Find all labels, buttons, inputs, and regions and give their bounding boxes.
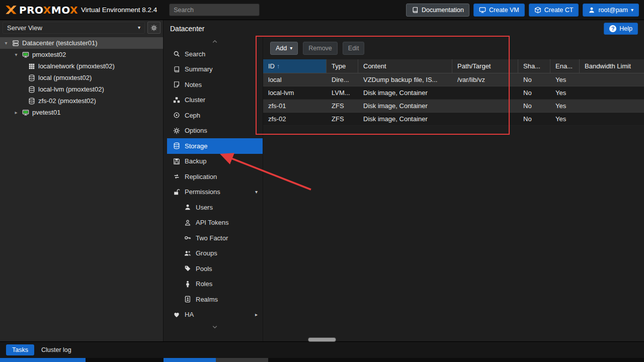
gear-icon [150, 25, 157, 31]
menu-item-options[interactable]: Options [167, 123, 263, 139]
column-header-enabled[interactable]: Ena... [550, 59, 580, 73]
menu-item-cluster[interactable]: Cluster [167, 93, 263, 108]
menu-item-users[interactable]: Users [167, 200, 263, 215]
bottom-edge-segment [164, 358, 216, 362]
expand-caret-icon[interactable]: ▾ [3, 40, 9, 46]
chevron-down-icon: ▾ [138, 25, 140, 30]
menu-item-search[interactable]: Search [167, 46, 263, 62]
address-book-icon [184, 296, 191, 303]
menu-item-permissions[interactable]: Permissions▾ [167, 185, 263, 200]
chevron-down-icon: ▾ [631, 8, 633, 13]
column-header-id[interactable]: ID ↑ [263, 59, 327, 73]
column-header-shared[interactable]: Sha... [518, 59, 550, 73]
column-header-path[interactable]: Path/Target [452, 59, 518, 73]
note-icon [173, 81, 180, 88]
search-icon [173, 50, 180, 57]
breadcrumb: Datacenter [170, 25, 204, 33]
resource-tree: ▾ Datacenter (testcluster01) ▾ pmoxtest0… [0, 37, 163, 118]
menu-item-summary[interactable]: Summary [167, 62, 263, 77]
menu-scroll-up[interactable] [167, 37, 263, 46]
person-icon [184, 281, 191, 288]
storage-disk-icon [28, 86, 35, 93]
user-icon [184, 204, 191, 211]
menu-item-ceph[interactable]: Ceph [167, 108, 263, 123]
gear-icon [173, 127, 180, 134]
tree-view-bar: Server View ▾ [0, 20, 163, 35]
node-monitor-icon [22, 51, 29, 58]
menu-item-notes[interactable]: Notes [167, 77, 263, 93]
header-buttons: Documentation Create VM Create CT root@p… [406, 4, 639, 17]
datacenter-menu: Search Summary Notes Cluster Ceph Option… [167, 37, 263, 341]
container-cube-icon [534, 7, 541, 14]
user-icon [588, 7, 595, 14]
expand-caret-icon[interactable]: ▾ [13, 52, 19, 57]
user-outline-icon [184, 219, 191, 226]
storage-database-icon [173, 142, 180, 149]
sort-ascending-icon: ↑ [277, 63, 280, 70]
question-circle-icon: ? [609, 25, 616, 32]
horizontal-scrollbar-thumb[interactable] [308, 337, 336, 342]
column-header-type[interactable]: Type [327, 59, 358, 73]
add-button[interactable]: Add ▾ [270, 42, 298, 55]
network-grid-icon [28, 63, 35, 70]
column-header-bandwidth[interactable]: Bandwidth Limit [580, 59, 644, 73]
bottom-panel-edge [0, 358, 644, 362]
storage-toolbar: Add ▾ Remove Edit [263, 37, 644, 59]
help-button[interactable]: ? Help [604, 23, 638, 35]
bottom-edge-segment [216, 358, 268, 362]
menu-scroll-down[interactable] [167, 322, 263, 331]
documentation-button[interactable]: Documentation [406, 4, 469, 17]
version-label: Virtual Environment 8.2.4 [81, 6, 157, 14]
user-menu-button[interactable]: root@pam ▾ [583, 4, 639, 17]
tree-item-local[interactable]: local (pmoxtest02) [0, 72, 163, 83]
proxmox-logo: PROXMOX Virtual Environment 8.2.4 [5, 4, 157, 16]
menu-item-roles[interactable]: Roles [167, 277, 263, 292]
create-vm-button[interactable]: Create VM [473, 4, 525, 17]
top-bar: PROXMOX Virtual Environment 8.2.4 Docume… [0, 0, 644, 20]
menu-item-backup[interactable]: Backup [167, 154, 263, 169]
chevron-up-icon [211, 39, 218, 45]
node-monitor-icon [22, 109, 29, 116]
menu-item-groups[interactable]: Groups [167, 246, 263, 261]
tasks-tab[interactable]: Tasks [6, 344, 34, 355]
documentation-icon [412, 7, 419, 14]
unlock-icon [173, 189, 180, 196]
proxmox-x-logo-icon [5, 5, 17, 15]
tree-item-localnetwork[interactable]: localnetwork (pmoxtest02) [0, 60, 163, 72]
menu-item-pools[interactable]: Pools [167, 261, 263, 277]
tree-item-local-lvm[interactable]: local-lvm (pmoxtest02) [0, 83, 163, 95]
column-header-content[interactable]: Content [358, 59, 452, 73]
chevron-down-icon: ▾ [290, 46, 292, 51]
global-search-input[interactable] [169, 4, 260, 16]
tree-item-zfs-02[interactable]: zfs-02 (pmoxtest02) [0, 95, 163, 107]
content-header: Datacenter ? Help [164, 20, 644, 37]
tree-item-pvetest01[interactable]: ▸ pvetest01 [0, 107, 163, 118]
resource-tree-panel: Server View ▾ ▾ Datacenter (testcluster0… [0, 20, 164, 341]
storage-disk-icon [28, 98, 35, 105]
create-ct-button[interactable]: Create CT [529, 4, 579, 17]
tree-item-pmoxtest02[interactable]: ▾ pmoxtest02 [0, 49, 163, 60]
tree-settings-button[interactable] [147, 22, 160, 34]
remove-button[interactable]: Remove [303, 42, 338, 55]
view-mode-select[interactable]: Server View ▾ [3, 22, 145, 34]
menu-item-api-tokens[interactable]: API Tokens [167, 215, 263, 231]
heartbeat-icon [173, 311, 180, 318]
key-icon [184, 234, 191, 241]
chevron-right-icon: ▸ [255, 312, 258, 317]
cluster-log-tab[interactable]: Cluster log [41, 346, 71, 353]
status-bar: Tasks Cluster log [0, 341, 644, 358]
datacenter-server-icon [12, 40, 19, 47]
menu-item-two-factor[interactable]: Two Factor [167, 230, 263, 246]
tag-icon [184, 265, 191, 272]
main-content: Datacenter ? Help Search Summary Notes C… [164, 20, 644, 341]
tree-item-datacenter[interactable]: ▾ Datacenter (testcluster01) [0, 37, 163, 49]
chevron-down-icon [211, 324, 218, 330]
menu-item-storage[interactable]: Storage [167, 138, 263, 154]
menu-item-replication[interactable]: Replication [167, 169, 263, 185]
menu-item-realms[interactable]: Realms [167, 292, 263, 307]
collapse-caret-icon[interactable]: ▸ [13, 110, 19, 115]
edit-button[interactable]: Edit [343, 42, 365, 55]
menu-item-ha[interactable]: HA▸ [167, 307, 263, 323]
replication-arrows-icon [173, 173, 180, 180]
storage-disk-icon [28, 74, 35, 81]
